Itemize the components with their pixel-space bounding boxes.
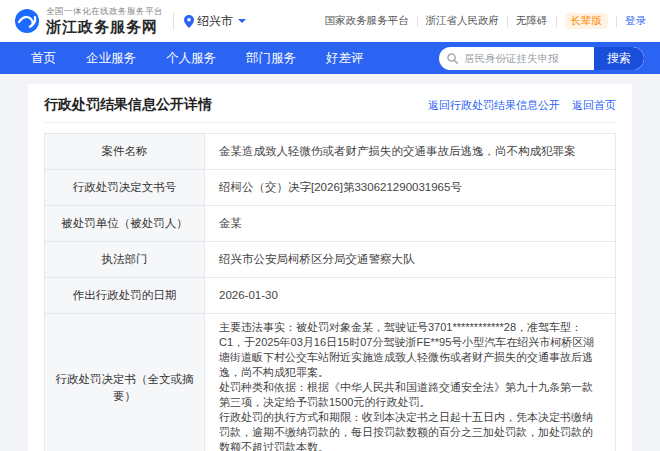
decision-paragraph-basis: 处罚种类和依据：根据《中华人民共和国道路交通安全法》第九十九条第一款第三项，决定…: [219, 380, 601, 410]
site-logo[interactable]: 全国一体化在线政务服务平台 浙江政务服务网: [14, 6, 163, 37]
search-button[interactable]: 搜索: [594, 47, 644, 70]
back-to-list-link[interactable]: 返回行政处罚结果信息公开: [428, 98, 560, 113]
row-value-penalty-date: 2026-01-30: [205, 278, 615, 313]
penalty-detail-table: 案件名称 金某造成致人轻微伤或者财产损失的交通事故后逃逸，尚不构成犯罪案 行政处…: [44, 133, 616, 451]
link-elder-mode[interactable]: 长辈版: [565, 13, 609, 29]
row-label-decision-document: 行政处罚决定书（全文或摘要）: [45, 314, 205, 451]
divider: [507, 16, 508, 27]
row-label-penalty-date: 作出行政处罚的日期: [45, 278, 205, 313]
search-box: 搜索: [439, 47, 644, 70]
site-name: 浙江政务服务网: [46, 18, 163, 37]
search-input[interactable]: [458, 52, 594, 64]
nav-item-enterprise-services[interactable]: 企业服务: [71, 42, 151, 74]
divider: [173, 12, 174, 30]
page-title: 行政处罚结果信息公开详情: [44, 96, 212, 114]
header-links: 返回行政处罚结果信息公开 返回首页: [428, 98, 616, 113]
main-nav: 首页 企业服务 个人服务 部门服务 好差评 搜索: [0, 42, 660, 74]
row-label-punished-party: 被处罚单位（被处罚人）: [45, 206, 205, 241]
nav-item-department-services[interactable]: 部门服务: [231, 42, 311, 74]
row-value-decision-document: 主要违法事实：被处罚对象金某，驾驶证号3701************28，准驾…: [205, 314, 615, 451]
city-selector[interactable]: 绍兴市: [184, 13, 246, 30]
row-value-enforcement-department: 绍兴市公安局柯桥区分局交通警察大队: [205, 242, 615, 277]
row-value-punished-party: 金某: [205, 206, 615, 241]
divider: [556, 16, 557, 27]
divider: [616, 16, 617, 27]
link-accessibility[interactable]: 无障碍: [516, 14, 548, 28]
city-name: 绍兴市: [197, 13, 233, 30]
table-row: 行政处罚决定文书号 绍柯公（交）决字[2026]第330621290031965…: [45, 170, 615, 206]
table-row: 被处罚单位（被处罚人） 金某: [45, 206, 615, 242]
decision-paragraph-execution: 行政处罚的执行方式和期限：收到本决定书之日起十五日内，凭本决定书缴纳罚款，逾期不…: [219, 410, 601, 451]
location-pin-icon: [184, 15, 194, 28]
link-national-platform[interactable]: 国家政务服务平台: [325, 14, 409, 28]
search-icon: [447, 53, 458, 64]
table-row: 案件名称 金某造成致人轻微伤或者财产损失的交通事故后逃逸，尚不构成犯罪案: [45, 134, 615, 170]
row-value-case-name: 金某造成致人轻微伤或者财产损失的交通事故后逃逸，尚不构成犯罪案: [205, 134, 615, 169]
table-row: 执法部门 绍兴市公安局柯桥区分局交通警察大队: [45, 242, 615, 278]
row-value-decision-number: 绍柯公（交）决字[2026]第330621290031965号: [205, 170, 615, 205]
table-row: 作出行政处罚的日期 2026-01-30: [45, 278, 615, 314]
link-provincial-gov[interactable]: 浙江省人民政府: [426, 14, 500, 28]
login-link[interactable]: 登录: [625, 14, 646, 28]
row-label-decision-number: 行政处罚决定文书号: [45, 170, 205, 205]
row-label-enforcement-department: 执法部门: [45, 242, 205, 277]
platform-label: 全国一体化在线政务服务平台: [46, 6, 163, 18]
nav-item-personal-services[interactable]: 个人服务: [151, 42, 231, 74]
content-area: 行政处罚结果信息公开详情 返回行政处罚结果信息公开 返回首页 案件名称 金某造成…: [0, 74, 660, 451]
nav-item-rating[interactable]: 好差评: [311, 42, 379, 74]
top-bar: 全国一体化在线政务服务平台 浙江政务服务网 绍兴市 国家政务服务平台 浙江省人民…: [0, 0, 660, 42]
detail-card: 行政处罚结果信息公开详情 返回行政处罚结果信息公开 返回首页 案件名称 金某造成…: [28, 84, 632, 451]
back-to-home-link[interactable]: 返回首页: [572, 98, 616, 113]
divider: [417, 16, 418, 27]
card-header: 行政处罚结果信息公开详情 返回行政处罚结果信息公开 返回首页: [44, 96, 616, 123]
top-links: 国家政务服务平台 浙江省人民政府 无障碍 长辈版 登录: [325, 13, 647, 29]
nav-item-home[interactable]: 首页: [16, 42, 71, 74]
chevron-down-icon: [238, 19, 246, 23]
table-row: 行政处罚决定书（全文或摘要） 主要违法事实：被处罚对象金某，驾驶证号3701**…: [45, 314, 615, 451]
site-logo-icon: [14, 8, 40, 34]
row-label-case-name: 案件名称: [45, 134, 205, 169]
decision-paragraph-facts: 主要违法事实：被处罚对象金某，驾驶证号3701************28，准驾…: [219, 320, 601, 380]
